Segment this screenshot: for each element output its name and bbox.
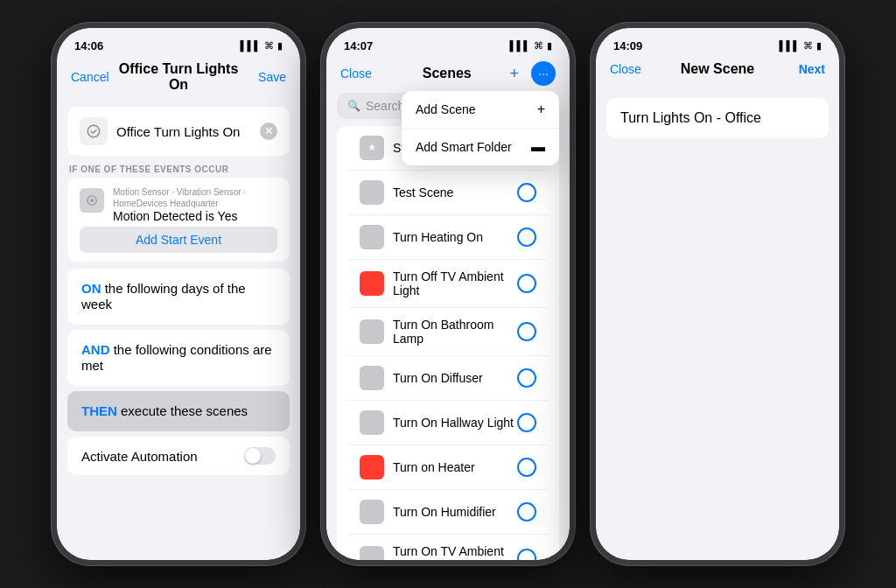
scene-icon-hallway [360, 410, 384, 435]
scene-icon-heating [360, 225, 384, 249]
on-keyword: ON [81, 281, 102, 296]
add-scene-item[interactable]: Add Scene + [402, 91, 559, 129]
scene-item-humidifier[interactable]: Turn On Humidifier [347, 490, 549, 535]
scene-item-heater[interactable]: Turn on Heater [347, 445, 549, 490]
search-placeholder-text: Search [366, 99, 404, 113]
scene-name-bathroom: Turn On Bathroom Lamp [393, 318, 517, 346]
add-smart-folder-item[interactable]: Add Smart Folder ▬ [402, 129, 559, 165]
scene-name-heating: Turn Heating On [393, 230, 517, 244]
add-start-event-button[interactable]: Add Start Event [80, 227, 277, 253]
scene-select-diffuser[interactable] [517, 368, 536, 388]
time-1: 14:06 [74, 39, 103, 52]
nav-title-3: New Scene [654, 61, 781, 77]
scene-name-humidifier: Turn On Humidifier [393, 505, 517, 519]
wifi-icon-2: ⌘ [534, 40, 543, 52]
scene-select-bathroom[interactable] [517, 322, 536, 341]
scene-select-test[interactable] [517, 183, 536, 202]
close-button-2[interactable]: Close [340, 66, 384, 80]
dots-icon: ··· [538, 66, 549, 80]
time-2: 14:07 [344, 39, 373, 52]
scene-name-heater: Turn on Heater [393, 460, 517, 474]
folder-icon: ▬ [531, 139, 545, 155]
scene-name-tv-ambient-off: Turn Off TV Ambient Light [393, 270, 517, 298]
then-row-text: execute these scenes [121, 403, 248, 418]
svg-point-0 [88, 125, 100, 137]
svg-rect-6 [366, 277, 378, 290]
activate-label: Activate Automation [81, 449, 198, 464]
scene-item-test[interactable]: Test Scene [347, 171, 549, 215]
scene-icon-starlight [360, 136, 384, 160]
status-icons-2: ▌▌▌ ⌘ ▮ [510, 40, 552, 52]
and-row[interactable]: AND the following conditions are met [67, 330, 290, 386]
more-options-button[interactable]: ··· [531, 61, 556, 86]
cancel-button[interactable]: Cancel [71, 70, 115, 84]
dropdown-menu: Add Scene + Add Smart Folder ▬ [402, 91, 559, 165]
nav-title-2: Scenes [384, 66, 509, 81]
save-button[interactable]: Save [242, 70, 286, 84]
status-bar-3: 14:09 ▌▌▌ ⌘ ▮ [596, 28, 839, 60]
automation-icon [80, 117, 108, 145]
battery-icon: ▮ [277, 40, 283, 52]
nav-bar-2: Close Scenes + ··· [326, 60, 570, 93]
svg-rect-8 [366, 372, 378, 384]
clear-name-button[interactable]: ✕ [260, 122, 277, 140]
svg-point-2 [90, 199, 94, 202]
status-bar-1: 14:06 ▌▌▌ ⌘ ▮ [57, 28, 300, 60]
activate-automation-row: Activate Automation [67, 437, 290, 475]
scene-icon-tv-ambient-off [360, 271, 384, 296]
signal-icon: ▌▌▌ [241, 40, 261, 51]
scene-item-tv-ambient-on[interactable]: Turn On TV Ambient Light [347, 535, 549, 560]
scene-name-diffuser: Turn On Diffuser [393, 371, 517, 385]
automation-name-card: Office Turn Lights On ✕ [67, 107, 290, 156]
svg-rect-4 [366, 186, 378, 199]
scene-item-hallway[interactable]: Turn On Hallway Light [347, 401, 549, 445]
on-row[interactable]: ON the following days of the week [67, 269, 290, 325]
and-keyword: AND [81, 342, 110, 357]
event-card[interactable]: Motion Sensor · Vibration Sensor · HomeD… [67, 178, 290, 262]
close-button-3[interactable]: Close [610, 62, 654, 76]
svg-rect-7 [366, 326, 378, 338]
scene-name-input[interactable] [620, 110, 815, 126]
next-button[interactable]: Next [781, 62, 825, 76]
wifi-icon-3: ⌘ [803, 40, 813, 52]
scene-select-heater[interactable] [517, 458, 536, 477]
scene-select-hallway[interactable] [517, 413, 536, 432]
scene-item-diffuser[interactable]: Turn On Diffuser [347, 356, 549, 401]
add-scene-plus-icon[interactable]: + [509, 65, 519, 83]
status-icons-1: ▌▌▌ ⌘ ▮ [241, 40, 283, 52]
svg-rect-10 [366, 461, 378, 473]
time-3: 14:09 [613, 39, 642, 52]
and-row-text: the following conditions are met [81, 342, 272, 373]
scene-item-tv-ambient-off[interactable]: Turn Off TV Ambient Light [347, 260, 549, 308]
phone-2: 14:07 ▌▌▌ ⌘ ▮ Close Scenes + ··· [321, 23, 575, 565]
event-main: Motion Detected is Yes [113, 209, 277, 223]
automation-name-label: Office Turn Lights On [116, 124, 260, 139]
event-subtitle: Motion Sensor · Vibration Sensor · HomeD… [113, 186, 277, 209]
scene-item-bathroom[interactable]: Turn On Bathroom Lamp [347, 308, 549, 356]
add-scene-plus: + [537, 102, 545, 117]
phone-3: 14:09 ▌▌▌ ⌘ ▮ Close New Scene Next [591, 23, 844, 565]
scene-name-tv-ambient-on: Turn On TV Ambient Light [393, 544, 517, 560]
battery-icon-3: ▮ [816, 40, 822, 52]
scene-select-humidifier[interactable] [517, 502, 536, 522]
if-label: IF ONE OF THESE EVENTS OCCUR [69, 164, 288, 174]
search-icon: 🔍 [347, 100, 360, 112]
svg-rect-5 [366, 231, 378, 243]
add-smart-folder-label: Add Smart Folder [416, 140, 512, 154]
wifi-icon: ⌘ [264, 40, 274, 52]
svg-rect-12 [366, 552, 378, 560]
then-keyword: THEN [81, 403, 117, 418]
scene-item-heating[interactable]: Turn Heating On [347, 215, 549, 260]
nav-bar-3: Close New Scene Next [596, 60, 839, 84]
then-row[interactable]: THEN execute these scenes [67, 391, 290, 431]
nav-title-1: Office Turn Lights On [115, 61, 242, 93]
scene-select-tv-ambient-on[interactable] [517, 549, 536, 560]
event-icon [80, 188, 104, 213]
scene-select-tv-ambient-off[interactable] [517, 274, 536, 293]
signal-icon-3: ▌▌▌ [780, 40, 800, 51]
svg-rect-9 [366, 416, 378, 429]
scene-icon-test [360, 180, 384, 205]
status-icons-3: ▌▌▌ ⌘ ▮ [780, 40, 822, 52]
activate-toggle[interactable] [244, 447, 276, 465]
scene-select-heating[interactable] [517, 228, 536, 247]
